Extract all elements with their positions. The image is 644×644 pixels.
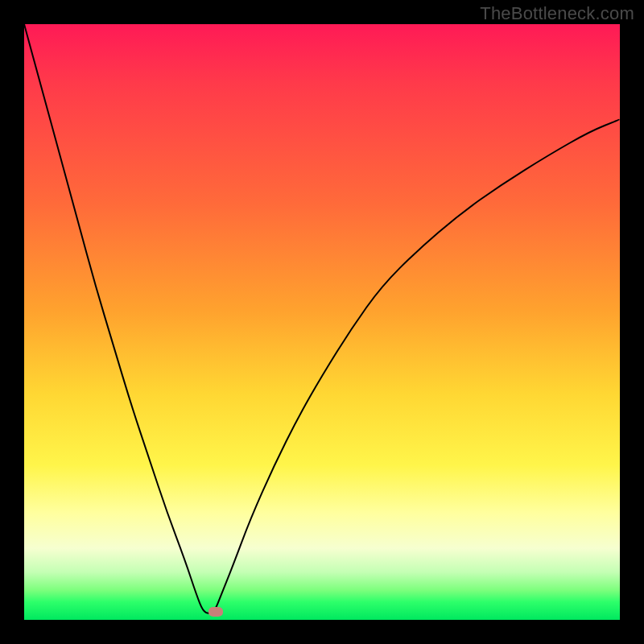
plot-area	[24, 24, 620, 620]
curve-path	[24, 24, 620, 613]
watermark-text: TheBottleneck.com	[480, 3, 634, 24]
minimum-marker	[208, 607, 223, 617]
bottleneck-curve	[24, 24, 620, 620]
chart-frame: TheBottleneck.com	[0, 0, 644, 644]
